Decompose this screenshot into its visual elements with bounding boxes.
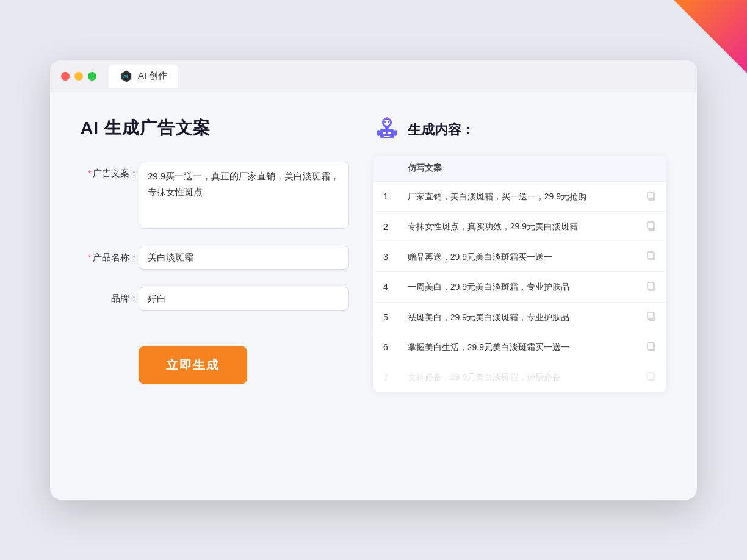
page-title: AI 生成广告文案 xyxy=(81,117,349,140)
table-row: 7女神必备，29.9元美白淡斑霜，护肤必备 xyxy=(374,362,666,392)
copy-icon xyxy=(646,371,657,382)
traffic-lights xyxy=(61,72,96,81)
copy-button[interactable] xyxy=(636,302,666,332)
copy-button[interactable] xyxy=(636,362,666,392)
copy-icon xyxy=(646,250,657,261)
row-number: 1 xyxy=(374,182,398,212)
product-required: * xyxy=(88,252,92,262)
svg-rect-23 xyxy=(648,312,654,319)
row-number: 7 xyxy=(374,362,398,392)
brand-group: 品牌： xyxy=(81,287,349,311)
titlebar: AI AI 创作 xyxy=(50,60,697,92)
table-row: 5祛斑美白，29.9元美白淡斑霜，专业护肤品 xyxy=(374,302,666,332)
row-text: 掌握美白生活，29.9元美白淡斑霜买一送一 xyxy=(398,332,636,362)
svg-point-13 xyxy=(386,117,388,118)
ad-copy-group: *广告文案： xyxy=(81,162,349,229)
close-button[interactable] xyxy=(61,72,70,81)
table-row: 2专抹女性斑点，真实功效，29.9元美白淡斑霜 xyxy=(374,212,666,242)
product-name-label: *产品名称： xyxy=(81,246,139,264)
row-number: 3 xyxy=(374,242,398,271)
content-area: AI 生成广告文案 *广告文案： *产品名称： 品牌： 立 xyxy=(50,92,697,495)
product-name-group: *产品名称： xyxy=(81,246,349,270)
svg-rect-25 xyxy=(648,343,654,350)
table-row: 3赠品再送，29.9元美白淡斑霜买一送一 xyxy=(374,242,666,271)
row-text: 赠品再送，29.9元美白淡斑霜买一送一 xyxy=(398,242,636,271)
svg-rect-27 xyxy=(648,373,654,379)
svg-rect-11 xyxy=(394,130,397,136)
tab-label: AI 创作 xyxy=(138,70,167,82)
generate-button[interactable]: 立即生成 xyxy=(139,346,247,384)
svg-rect-19 xyxy=(648,252,654,259)
row-text: 一周美白，29.9元美白淡斑霜，专业护肤品 xyxy=(398,272,636,302)
row-number: 2 xyxy=(374,212,398,242)
copy-button[interactable] xyxy=(636,182,666,212)
col-text-header: 仿写文案 xyxy=(398,156,636,182)
tab-ai-creation[interactable]: AI AI 创作 xyxy=(109,65,178,88)
row-text: 祛斑美白，29.9元美白淡斑霜，专业护肤品 xyxy=(398,302,636,332)
svg-point-4 xyxy=(388,121,389,123)
brand-input[interactable] xyxy=(139,287,349,311)
row-number: 4 xyxy=(374,272,398,302)
svg-rect-15 xyxy=(648,192,654,199)
row-text: 专抹女性斑点，真实功效，29.9元美白淡斑霜 xyxy=(398,212,636,242)
table-header-row: 仿写文案 xyxy=(374,156,666,182)
ai-tab-icon: AI xyxy=(120,70,133,83)
svg-rect-9 xyxy=(384,136,390,137)
result-title: 生成内容： xyxy=(408,121,475,139)
copy-icon xyxy=(646,220,657,231)
robot-icon xyxy=(374,117,400,143)
svg-rect-8 xyxy=(388,132,391,134)
svg-rect-10 xyxy=(377,130,380,136)
row-text: 女神必备，29.9元美白淡斑霜，护肤必备 xyxy=(398,362,636,392)
left-panel: AI 生成广告文案 *广告文案： *产品名称： 品牌： 立 xyxy=(81,117,349,470)
row-number: 5 xyxy=(374,302,398,332)
copy-button[interactable] xyxy=(636,212,666,242)
copy-button[interactable] xyxy=(636,332,666,362)
svg-text:AI: AI xyxy=(123,74,128,79)
col-num-header xyxy=(374,156,398,182)
copy-icon xyxy=(646,190,657,201)
svg-rect-5 xyxy=(385,127,389,129)
ad-copy-input[interactable] xyxy=(139,162,349,229)
svg-rect-17 xyxy=(648,222,654,229)
copy-button[interactable] xyxy=(636,242,666,271)
result-header: 生成内容： xyxy=(374,117,666,143)
table-row: 4一周美白，29.9元美白淡斑霜，专业护肤品 xyxy=(374,272,666,302)
result-table: 仿写文案 1厂家直销，美白淡斑霜，买一送一，29.9元抢购 2专抹女性斑点，真实… xyxy=(374,156,666,392)
svg-rect-21 xyxy=(648,282,654,289)
svg-point-3 xyxy=(384,121,386,123)
ad-copy-required: * xyxy=(88,168,92,178)
brand-label: 品牌： xyxy=(81,287,139,304)
svg-rect-7 xyxy=(383,132,386,134)
copy-button[interactable] xyxy=(636,272,666,302)
ad-copy-label: *广告文案： xyxy=(81,162,139,179)
minimize-button[interactable] xyxy=(74,72,83,81)
row-number: 6 xyxy=(374,332,398,362)
right-panel: 生成内容： 仿写文案 1厂家直销，美白淡斑霜，买一送一，29.9元抢购 2专抹女… xyxy=(374,117,666,470)
table-row: 1厂家直销，美白淡斑霜，买一送一，29.9元抢购 xyxy=(374,182,666,212)
col-action-header xyxy=(636,156,666,182)
copy-icon xyxy=(646,311,657,321)
copy-icon xyxy=(646,281,657,292)
product-name-input[interactable] xyxy=(139,246,349,270)
row-text: 厂家直销，美白淡斑霜，买一送一，29.9元抢购 xyxy=(398,182,636,212)
table-row: 6掌握美白生活，29.9元美白淡斑霜买一送一 xyxy=(374,332,666,362)
browser-window: AI AI 创作 AI 生成广告文案 *广告文案： *产品名称： xyxy=(50,60,697,500)
maximize-button[interactable] xyxy=(88,72,96,81)
copy-icon xyxy=(646,341,657,352)
